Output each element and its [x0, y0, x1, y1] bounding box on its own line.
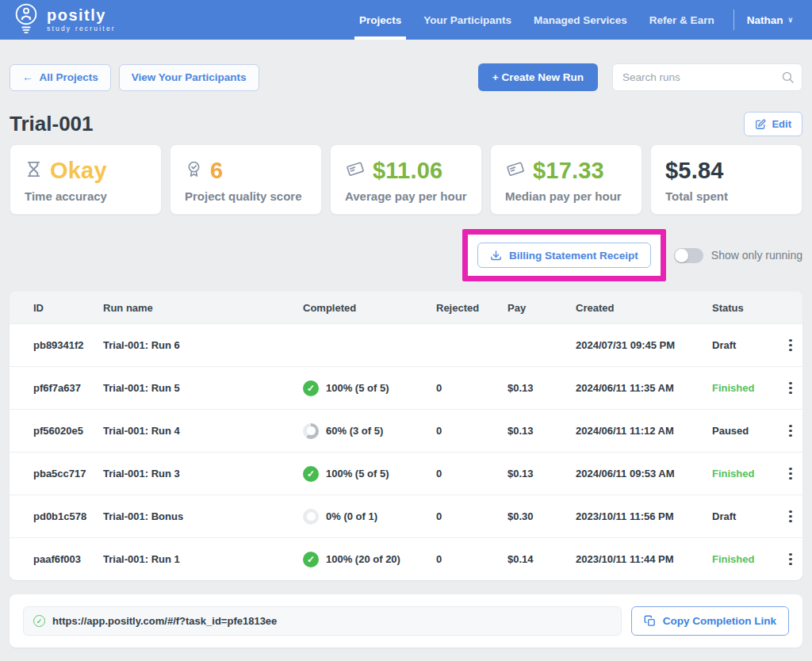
- run-pay: $0.13: [508, 425, 576, 437]
- kebab-menu-icon[interactable]: [779, 420, 802, 442]
- stat-cards: Okay Time accuracy 6 Project quality sco…: [10, 144, 802, 215]
- stat-value: 6: [210, 158, 223, 184]
- brand-name: positly: [47, 7, 116, 23]
- column-header-id: ID: [33, 302, 103, 314]
- stat-value: $11.06: [373, 158, 442, 184]
- edit-button[interactable]: Edit: [744, 112, 802, 136]
- run-name: Trial-001: Run 6: [103, 339, 303, 351]
- table-row: pba5cc717 Trial-001: Run 3 ✓ 100% (5 of …: [10, 452, 802, 495]
- run-id: pb89341f2: [33, 339, 103, 351]
- user-name: Nathan: [747, 14, 783, 26]
- run-completed: ✓ 100% (5 of 5): [303, 380, 436, 396]
- kebab-menu-icon[interactable]: [779, 506, 802, 528]
- nav-item-managed-services[interactable]: Managed Services: [523, 0, 638, 40]
- run-pay: $0.14: [508, 553, 576, 565]
- column-header-rejected: Rejected: [436, 302, 508, 314]
- brand-tagline: study recruiter: [47, 25, 116, 32]
- search-runs-input[interactable]: [612, 63, 802, 91]
- stat-label: Project quality score: [185, 189, 307, 203]
- progress-icon: ✓: [303, 380, 319, 396]
- run-status: Finished: [712, 468, 779, 480]
- completion-link-card: ✓ https://app.positly.com/#/f?task_id=pf…: [10, 594, 802, 648]
- completion-link-field[interactable]: ✓ https://app.positly.com/#/f?task_id=pf…: [23, 606, 622, 636]
- nav-item-your-participants[interactable]: Your Participants: [412, 0, 523, 40]
- all-projects-button[interactable]: ← All Projects: [10, 64, 111, 91]
- table-row: pf6f7a637 Trial-001: Run 5 ✓ 100% (5 of …: [10, 366, 802, 409]
- brand-text: positly study recruiter: [47, 7, 116, 32]
- download-icon: [490, 250, 502, 262]
- run-status: Finished: [712, 382, 779, 394]
- progress-icon: ✓: [303, 509, 319, 525]
- show-only-running-toggle[interactable]: [674, 248, 703, 263]
- nav-item-projects[interactable]: Projects: [348, 0, 412, 40]
- run-id: paaf6f003: [33, 553, 103, 565]
- run-pay: $0.30: [508, 510, 576, 522]
- run-status: Draft: [712, 510, 779, 522]
- run-pay: $0.13: [508, 382, 576, 394]
- run-rejected: 0: [436, 425, 508, 437]
- table-header: IDRun nameCompletedRejectedPayCreatedSta…: [10, 292, 802, 323]
- stat-label: Total spent: [665, 189, 787, 203]
- run-name: Trial-001: Bonus: [103, 510, 303, 522]
- run-rejected: 0: [436, 382, 508, 394]
- run-rejected: 0: [436, 468, 508, 480]
- copy-icon: [644, 615, 656, 627]
- toggle-knob: [675, 249, 688, 262]
- page-title: Trial-001: [10, 112, 94, 136]
- column-header-created: Created: [576, 302, 712, 314]
- table-body: pb89341f2 Trial-001: Run 6 ✓ 2024/07/31 …: [10, 323, 802, 580]
- run-completed: ✓ 100% (20 of 20): [303, 552, 436, 567]
- brand-logo[interactable]: positly study recruiter: [13, 2, 116, 37]
- stat-value: $17.33: [533, 158, 604, 184]
- run-rejected: 0: [436, 553, 508, 565]
- progress-icon: ✓: [303, 466, 319, 482]
- table-row: paaf6f003 Trial-001: Run 1 ✓ 100% (20 of…: [10, 537, 802, 580]
- run-completed: ✓ 0% (0 of 1): [303, 509, 436, 525]
- stat-label: Average pay per hour: [345, 189, 467, 203]
- check-circle-icon: ✓: [33, 615, 45, 627]
- run-created: 2024/06/11 09:53 AM: [576, 468, 712, 480]
- runs-table: IDRun nameCompletedRejectedPayCreatedSta…: [10, 292, 802, 580]
- edit-pencil-icon: [755, 119, 766, 130]
- column-header-run-name: Run name: [103, 302, 303, 314]
- annotation-highlight-box: Billing Statement Receipt: [462, 229, 666, 281]
- stat-card: Okay Time accuracy: [10, 144, 162, 215]
- kebab-menu-icon[interactable]: [779, 334, 802, 357]
- run-id: pf6f7a637: [33, 382, 103, 394]
- progress-icon: ✓: [303, 552, 319, 567]
- table-row: pb89341f2 Trial-001: Run 6 ✓ 2024/07/31 …: [10, 323, 802, 366]
- column-header-pay: Pay: [508, 302, 576, 314]
- card-icon: [345, 159, 366, 182]
- nav-item-refer-earn[interactable]: Refer & Earn: [638, 0, 726, 40]
- run-pay: $0.13: [508, 468, 576, 480]
- stat-card: $5.84 Total spent: [650, 144, 802, 215]
- stat-label: Median pay per hour: [505, 189, 627, 203]
- kebab-menu-icon[interactable]: [779, 463, 802, 485]
- run-created: 2024/06/11 11:35 AM: [576, 382, 712, 394]
- lightbulb-person-icon: [13, 2, 40, 37]
- rosette-icon: [185, 160, 203, 181]
- copy-completion-link-button[interactable]: Copy Completion Link: [631, 606, 789, 636]
- view-participants-button[interactable]: View Your Participants: [119, 64, 259, 91]
- kebab-menu-icon[interactable]: [779, 548, 802, 571]
- run-status: Draft: [712, 339, 779, 351]
- run-id: pd0b1c578: [33, 510, 103, 522]
- run-id: pf56020e5: [33, 425, 103, 437]
- column-header-status: Status: [712, 302, 779, 314]
- stat-card: $11.06 Average pay per hour: [330, 144, 482, 215]
- column-header-completed: Completed: [303, 302, 436, 314]
- kebab-menu-icon[interactable]: [779, 377, 802, 399]
- run-status: Paused: [712, 425, 779, 437]
- run-completed: ✓ 100% (5 of 5): [303, 466, 436, 482]
- run-status: Finished: [712, 553, 779, 565]
- card-icon: [505, 159, 526, 182]
- user-menu[interactable]: Nathan ∨: [742, 14, 798, 26]
- chevron-down-icon: ∨: [787, 16, 793, 24]
- run-rejected: 0: [436, 510, 508, 522]
- create-new-run-button[interactable]: + Create New Run: [478, 63, 598, 91]
- billing-statement-receipt-button[interactable]: Billing Statement Receipt: [477, 243, 651, 268]
- run-name: Trial-001: Run 5: [103, 382, 303, 394]
- toolbar: ← All Projects View Your Participants + …: [10, 63, 802, 91]
- stat-value: Okay: [50, 158, 107, 184]
- stat-value: $5.84: [665, 158, 724, 184]
